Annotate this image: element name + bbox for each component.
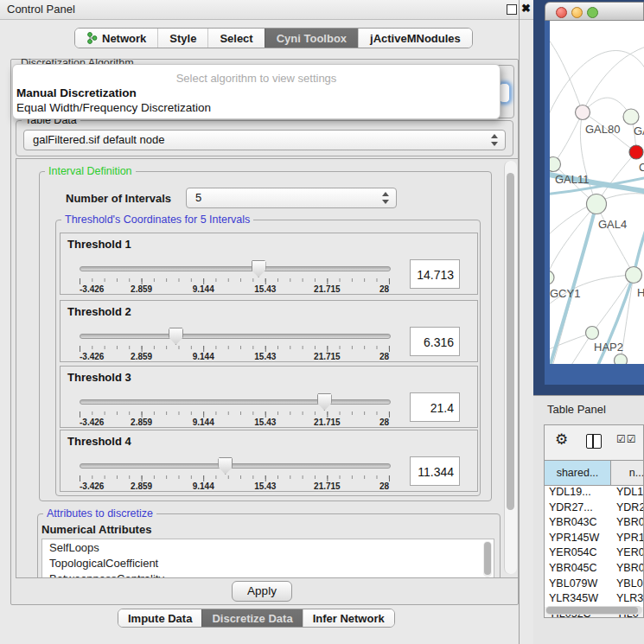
cell[interactable]: YPR1 xyxy=(611,532,644,547)
cell[interactable]: YBR0 xyxy=(611,516,644,532)
threshold-4-value-field[interactable]: 11.344 xyxy=(410,456,460,486)
list-item[interactable]: TopologicalCoefficient xyxy=(42,555,494,571)
tab-impute-data[interactable]: Impute Data xyxy=(118,609,201,627)
network-node[interactable] xyxy=(587,194,607,214)
threshold-2-slider[interactable]: -3.426 2.859 9.144 15.43 21.715 28 xyxy=(80,327,389,360)
panel-divider[interactable] xyxy=(519,0,520,644)
table-horizontal-scrollbar-thumb[interactable] xyxy=(546,607,638,614)
tab-infer-network[interactable]: Infer Network xyxy=(303,609,394,627)
scale-label: 28 xyxy=(379,418,389,427)
cell[interactable]: YPR145W xyxy=(545,532,611,547)
threshold-2-panel: Threshold 2 -3.426 2.859 9.144 15.43 21.… xyxy=(60,300,478,362)
apply-button[interactable]: Apply xyxy=(232,581,292,602)
column-header-name[interactable]: n... xyxy=(611,460,644,486)
scale-label: 28 xyxy=(379,284,389,294)
network-node[interactable] xyxy=(623,109,639,124)
node-label: GCY1 xyxy=(550,287,580,300)
list-item[interactable]: SelfLoops xyxy=(42,539,494,555)
screen: Control Panel ✖ Network Style Select xyxy=(0,0,644,644)
close-traffic-light[interactable] xyxy=(556,7,567,18)
network-window-titlebar[interactable] xyxy=(545,2,644,21)
network-node[interactable] xyxy=(615,354,628,365)
slider-track[interactable] xyxy=(80,266,391,271)
tab-jactivemnodules-label: jActiveMNodules xyxy=(370,32,461,45)
list-scrollbar[interactable] xyxy=(483,541,492,577)
node-label: GAL4 xyxy=(598,218,627,231)
table-row[interactable]: YER054CYER0 xyxy=(545,546,644,562)
cell[interactable]: YER0 xyxy=(611,546,644,562)
tab-jactivemnodules[interactable]: jActiveMNodules xyxy=(358,29,472,48)
tab-network[interactable]: Network xyxy=(75,29,157,48)
list-scrollbar-thumb[interactable] xyxy=(484,542,491,575)
slider-scale-labels: -3.426 2.859 9.144 15.43 21.715 28 xyxy=(80,418,389,428)
network-node[interactable] xyxy=(550,157,561,172)
slider-thumb[interactable] xyxy=(169,328,183,345)
scale-label: 9.144 xyxy=(193,284,214,294)
table-horizontal-scrollbar[interactable] xyxy=(545,606,642,615)
column-header-shared-name[interactable]: shared... xyxy=(545,460,611,486)
select-columns-checkboxes-icon[interactable]: ☑☑ xyxy=(616,433,637,445)
table-row[interactable]: YDL19...YDL1 xyxy=(545,486,644,501)
table-row[interactable]: YDR27...YDR2 xyxy=(545,501,644,517)
number-of-intervals-combobox[interactable]: 5 xyxy=(186,188,397,208)
cell[interactable]: YBL0 xyxy=(611,577,644,593)
settings-scrollbar[interactable] xyxy=(504,161,517,574)
scale-label: 15.43 xyxy=(254,481,276,491)
threshold-1-slider[interactable]: -3.426 2.859 9.144 15.43 21.715 28 xyxy=(80,259,389,292)
gear-icon[interactable]: ⚙ xyxy=(555,430,568,449)
threshold-1-value-field[interactable]: 14.713 xyxy=(410,259,460,289)
threshold-3-slider[interactable]: -3.426 2.859 9.144 15.43 21.715 28 xyxy=(80,392,389,425)
zoom-traffic-light[interactable] xyxy=(587,7,598,18)
close-icon[interactable]: ✖ xyxy=(521,2,531,15)
threshold-2-label: Threshold 2 xyxy=(67,305,131,318)
network-node[interactable] xyxy=(576,105,590,120)
cell[interactable]: YBR0 xyxy=(611,562,644,577)
threshold-2-value-field[interactable]: 6.316 xyxy=(410,327,460,356)
cell[interactable]: YDL19... xyxy=(545,486,611,501)
slider-thumb[interactable] xyxy=(317,393,332,411)
table-row[interactable]: YBL079WYBL0 xyxy=(545,577,644,593)
slider-thumb[interactable] xyxy=(218,457,233,475)
network-canvas[interactable]: GAL80 GAL11 GAL4 GCY1 HAP2 GA C H xyxy=(550,21,644,364)
interval-definition-title: Interval Definition xyxy=(45,165,136,177)
cell[interactable]: YDL1 xyxy=(611,486,644,501)
network-node-selected[interactable] xyxy=(629,145,643,159)
bottom-tabbar: Impute Data Discretize Data Infer Networ… xyxy=(118,609,395,628)
table-data-combobox[interactable]: galFiltered.sif default node xyxy=(23,130,506,150)
cell[interactable]: YBR043C xyxy=(545,516,611,532)
network-node[interactable] xyxy=(626,267,642,284)
interval-definition-group: Interval Definition Number of Intervals … xyxy=(39,171,492,501)
tab-style[interactable]: Style xyxy=(157,29,207,48)
threshold-4-slider[interactable]: -3.426 2.859 9.144 15.43 21.715 28 xyxy=(80,456,389,489)
threshold-3-value-field[interactable]: 21.4 xyxy=(410,392,460,422)
float-window-icon[interactable] xyxy=(507,4,517,15)
cell[interactable]: YER054C xyxy=(545,546,611,562)
network-node[interactable] xyxy=(550,271,554,284)
table-row[interactable]: YBR043CYBR0 xyxy=(545,516,644,532)
table-row[interactable]: YBR045CYBR0 xyxy=(545,562,644,577)
slider-track[interactable] xyxy=(80,463,391,469)
table-row[interactable]: YPR145WYPR1 xyxy=(545,532,644,547)
settings-scrollbar-thumb[interactable] xyxy=(507,173,514,510)
tab-network-label: Network xyxy=(102,32,146,45)
numerical-attributes-list[interactable]: SelfLoops TopologicalCoefficient Between… xyxy=(41,539,494,578)
tab-cyni-toolbox[interactable]: Cyni Toolbox xyxy=(265,29,358,48)
algorithm-option-equal-width[interactable]: Equal Width/Frequency Discretization xyxy=(16,101,497,115)
cell[interactable]: YDR2 xyxy=(611,501,644,517)
tab-select[interactable]: Select xyxy=(207,29,264,48)
algorithm-option-manual[interactable]: Manual Discretization xyxy=(16,86,497,100)
slider-track[interactable] xyxy=(80,334,391,339)
network-node[interactable] xyxy=(586,327,599,340)
list-item[interactable]: BetweennessCentrality xyxy=(42,571,494,578)
split-columns-icon[interactable] xyxy=(586,434,602,449)
scale-label: 2.859 xyxy=(131,352,152,361)
cell[interactable]: YBR045C xyxy=(545,562,611,577)
cell[interactable]: YBL079W xyxy=(545,577,611,593)
control-panel-title: Control Panel xyxy=(7,3,75,16)
cell[interactable]: YDR27... xyxy=(545,501,611,517)
minimize-traffic-light[interactable] xyxy=(571,7,583,18)
slider-track[interactable] xyxy=(80,399,391,405)
tab-discretize-data[interactable]: Discretize Data xyxy=(201,609,302,627)
scale-label: 21.715 xyxy=(314,418,341,427)
slider-thumb[interactable] xyxy=(252,260,266,277)
